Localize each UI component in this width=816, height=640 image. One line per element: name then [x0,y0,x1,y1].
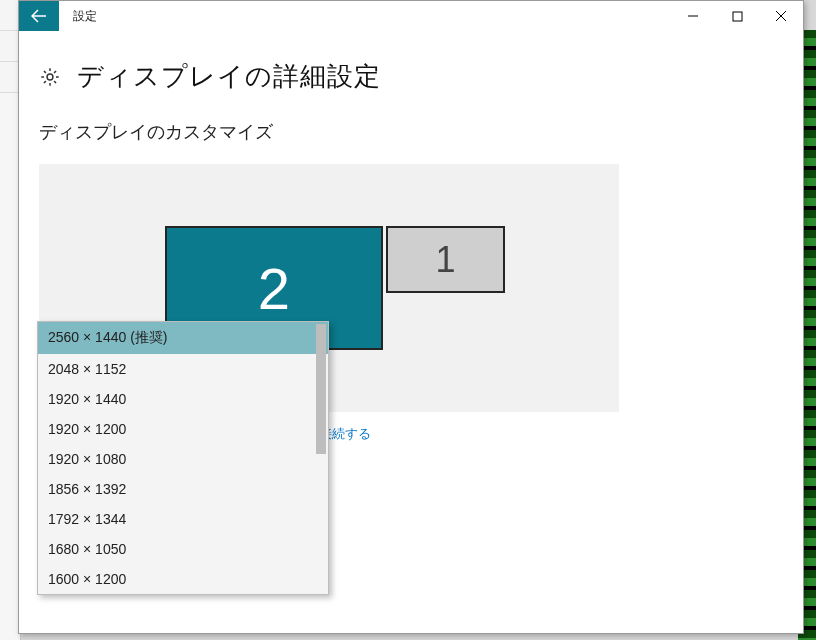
resolution-option[interactable]: 2048 × 1152 [38,354,328,384]
resolution-option[interactable]: 1920 × 1200 [38,414,328,444]
gear-icon [39,66,61,88]
svg-point-1 [47,74,53,80]
settings-window: 設定 [18,0,804,634]
svg-rect-0 [733,12,742,21]
resolution-option[interactable]: 1792 × 1344 [38,504,328,534]
close-button[interactable] [759,1,803,31]
window-title: 設定 [59,1,97,31]
resolution-option[interactable]: 2560 × 1440 (推奨) [38,322,328,354]
back-button[interactable] [19,1,59,31]
section-title: ディスプレイのカスタマイズ [39,120,783,144]
resolution-option[interactable]: 1680 × 1050 [38,534,328,564]
resolution-option[interactable]: 1856 × 1392 [38,474,328,504]
dropdown-scrollbar[interactable] [316,324,326,454]
resolution-option[interactable]: 1920 × 1440 [38,384,328,414]
resolution-option[interactable]: 1600 × 1200 [38,564,328,594]
resolution-option[interactable]: 1920 × 1080 [38,444,328,474]
monitor-1[interactable]: 1 [386,226,505,293]
dropdown-scroll-thumb[interactable] [316,324,326,454]
minimize-button[interactable] [671,1,715,31]
maximize-button[interactable] [715,1,759,31]
page-title: ディスプレイの詳細設定 [77,59,381,94]
title-bar: 設定 [19,1,803,31]
resolution-dropdown-list[interactable]: 2560 × 1440 (推奨)2048 × 11521920 × 144019… [37,321,329,595]
